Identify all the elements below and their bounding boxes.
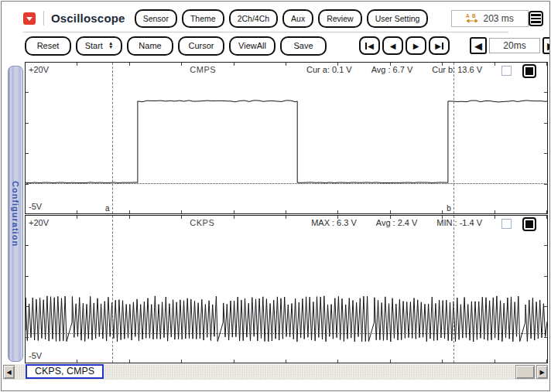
app-dropdown-icon[interactable] [23,12,36,25]
scroll-right-button[interactable]: ▶ [536,365,548,379]
cursor-a-line[interactable] [112,216,113,363]
min-measurement: MIN :-1.4 V [436,218,484,227]
menu-icon[interactable] [529,11,543,26]
toolbar-divider [23,32,508,32]
ticks-bottom [26,360,547,363]
active-channels-label: CKPS, CMPS [26,364,104,379]
scroll-left-button[interactable]: ◀ [3,365,15,379]
v-bottom-label: -5V [29,202,42,211]
ticks-left [26,216,29,363]
channel-name: CMPS [190,65,216,74]
measurements: Cur a:0.1 V Avg :6.7 V Cur b:13.6 V [306,65,536,78]
timebase-control: ◀ 20ms ▶ [470,37,550,54]
channel-name: CKPS [190,218,214,227]
svg-text:A: A [466,13,470,19]
v-top-label: +20V [29,218,49,227]
reset-button[interactable]: Reset [25,36,71,56]
configuration-tab[interactable]: Configuration [8,66,23,362]
cmps-waveform [26,63,547,213]
start-spinner-icon[interactable]: ▲▼ [108,42,113,49]
ticks-right [544,216,547,363]
svg-text:B: B [472,13,476,19]
skip-to-start-button[interactable]: ◀ [359,36,380,55]
cursor-b-line[interactable] [453,63,454,213]
cursor-interval-display: A B 203 ms [451,10,529,27]
max-measurement: MAX :6.3 V [311,218,359,227]
name-button[interactable]: Name [127,36,173,56]
avg-measurement: Avg :2.4 V [376,218,420,227]
zero-volt-line [26,333,546,334]
aux-button[interactable]: Aux [282,9,313,28]
channel-mode-button[interactable]: 2Ch/4Ch [229,9,278,28]
page-title: Oscilloscope [51,12,125,25]
menu-bars-icon [531,14,541,23]
configuration-tab-label: Configuration [11,181,20,247]
cursor-a-measurement: Cur a:0.1 V [306,65,354,74]
ckps-waveform [26,216,547,363]
v-bottom-label: -5V [29,351,42,360]
cursor-a-line[interactable] [112,63,113,213]
timebase-decrease-button[interactable]: ◀ [470,37,487,54]
review-button[interactable]: Review [318,9,361,28]
channel-checkbox[interactable] [501,219,512,229]
measurements: MAX :6.3 V Avg :2.4 V MIN :-1.4 V [311,218,536,231]
toolbar: Reset Start ▲▼ Name Cursor ViewAll Save … [25,36,543,56]
user-setting-button[interactable]: User Setting [367,9,429,28]
ticks-bottom [26,210,547,213]
ab-interval-icon: A B [466,13,478,24]
ticks-right [544,63,547,213]
sensor-button[interactable]: Sensor [135,9,177,28]
avg-measurement: Avg :6.7 V [371,65,416,74]
channel-color-button[interactable] [522,64,536,78]
zero-volt-line [26,183,546,184]
theme-button[interactable]: Theme [182,9,224,28]
horizontal-scrollbar[interactable]: ◀ CKPS, CMPS ▶ [3,364,548,380]
save-button[interactable]: Save [280,36,327,56]
channel-checkbox[interactable] [501,66,512,76]
timebase-increase-button[interactable]: ▶ [542,37,550,54]
skip-to-end-button[interactable]: ▶ [429,36,450,55]
start-button-label: Start [85,41,103,50]
oscilloscope-window: Oscilloscope Sensor Theme 2Ch/4Ch Aux Re… [1,1,550,391]
scrollbar-thumb[interactable] [515,365,535,379]
channel-panel-ckps[interactable]: +20V -5V CKPS MAX :6.3 V Avg :2.4 V MIN … [25,215,548,363]
cursor-button[interactable]: Cursor [178,36,224,56]
channel-color-swatch [525,67,533,75]
timebase-value: 20ms [489,38,540,53]
viewall-button[interactable]: ViewAll [229,36,276,56]
channel-color-swatch [525,220,533,228]
cursor-interval-value: 203 ms [483,13,513,24]
v-top-label: +20V [29,65,49,74]
start-button[interactable]: Start ▲▼ [76,36,122,56]
playback-controls: ◀ ◀ ▶ ▶ [359,36,450,55]
cursor-b-line[interactable] [453,216,454,363]
title-bar: Oscilloscope Sensor Theme 2Ch/4Ch Aux Re… [5,5,543,31]
channel-panel-cmps[interactable]: a b +20V -5V CMPS Cur a:0.1 V Avg :6.7 V… [25,62,548,214]
title-divider [43,11,44,26]
step-back-button[interactable]: ◀ [382,36,403,55]
step-forward-button[interactable]: ▶ [406,36,426,55]
channel-color-button[interactable] [522,217,536,231]
ticks-left [26,63,29,213]
cursor-b-measurement: Cur b:13.6 V [432,65,484,74]
